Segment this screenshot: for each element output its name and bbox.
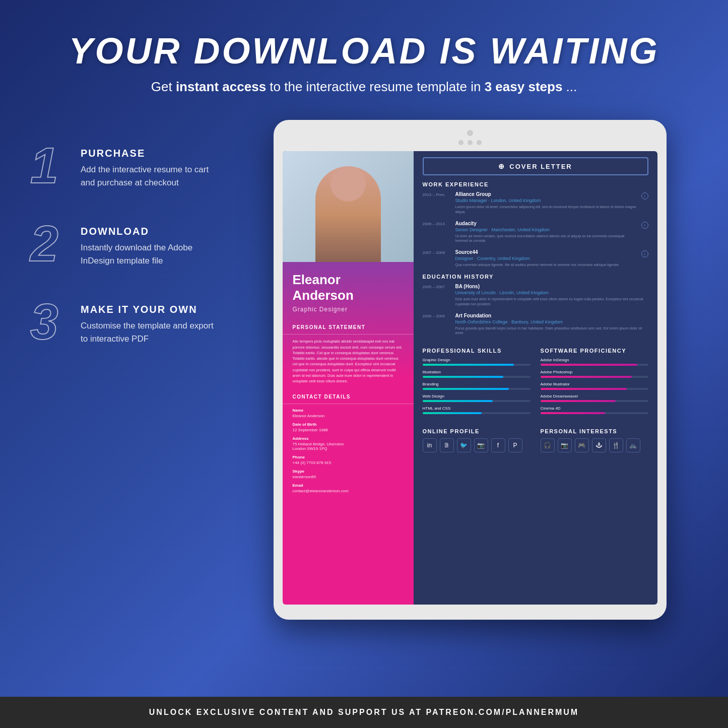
interests-col: PERSONAL INTERESTS 🎧 📷 🎮 🕹 🍴 🚲 [541,422,648,452]
info-icon-3[interactable]: i [641,250,648,257]
skill-bar-1 [423,364,531,366]
resume-personal-statement-text: Alic tempers picis moluptatis alicide se… [283,339,414,390]
tablet-mockup: Eleanor Anderson Graphic Designer PERSON… [274,120,667,620]
edu-entry-2: 2000 – 2005 Art Foundation North Oxfords… [423,313,648,336]
resume-last-name: Anderson [293,288,354,303]
step-2-desc: Instantly download the Adobe InDesign te… [81,241,222,267]
behance-icon[interactable]: 𝔹 [440,438,454,452]
cover-letter-button[interactable]: COVER LETTER [423,157,648,175]
subtitle-bold2: 3 easy steps [485,79,563,94]
software-indesign: Adobe InDesign [541,358,648,366]
work-experience-header: WORK EXPERIENCE [423,181,648,187]
contact-address-value: 75 Helland Bridge, UlverstonLondon SW19 … [293,442,404,451]
step-3-number: 3 [30,296,71,347]
main-title: YOUR DOWNLOAD IS WAITING [10,30,718,72]
software-bar-2 [541,376,648,378]
skill-illustration: Illustration [423,370,531,378]
work-details-1: Alliance Group Studio Manager · London, … [455,191,636,215]
software-col: SOFTWARE PROFICIENCY Adobe InDesign Adob… [541,342,648,418]
skill-fill-3 [423,388,509,390]
info-icon-1[interactable]: i [641,192,648,200]
subtitle-end: ... [566,79,577,94]
software-dreamweaver: Adobe Dreamweaver [541,394,648,402]
pinterest-icon[interactable]: P [508,438,522,452]
edu-institution-1: BA (Hons) [455,284,648,289]
work-desc-3: Qua commido adisque ligende. Me sit audi… [455,262,636,268]
contact-name-label: Name [293,408,404,413]
step-3-text: MAKE IT YOUR OWN Customise the template … [81,296,222,345]
skill-graphic-design: Graphic Design [423,358,531,366]
work-entry-1: 2013 – Pres. Alliance Group Studio Manag… [423,191,648,215]
controller-icon: 🕹 [592,438,606,452]
music-icon: 🎧 [541,438,555,452]
work-role-3: Designer · Coventry, United Kingdom [455,256,636,261]
edu-details-2: Art Foundation North Oxfordshire College… [455,313,648,336]
resume-photo [283,151,414,262]
step-3: 3 MAKE IT YOUR OWN Customise the templat… [30,296,222,347]
skill-fill-4 [423,400,493,402]
edu-school-2: North Oxfordshire College · Banbury, Uni… [455,319,648,324]
work-entry-2: 2009 – 2013 Audacity Senior Designer · M… [423,221,648,244]
online-profile-header: ONLINE PROFILE [423,428,531,434]
resume-personal-statement-title: PERSONAL STATEMENT [283,320,414,335]
linkedin-icon[interactable]: in [423,438,437,452]
edu-institution-2: Art Foundation [455,313,648,318]
resume-name-area: Eleanor Anderson Graphic Designer [283,262,414,320]
work-year-2: 2009 – 2013 [423,221,450,244]
main-content: 1 PURCHASE Add the interactive resume to… [0,110,728,620]
skill-bar-4 [423,400,531,402]
online-profile-col: ONLINE PROFILE in 𝔹 🐦 📷 f P [423,422,531,452]
info-icon-2[interactable]: i [641,222,648,229]
contact-phone-label: Phone [293,455,404,459]
skill-html-css: HTML and CSS [423,406,531,414]
instagram-icon[interactable]: 📷 [474,438,488,452]
resume-first-name: Eleanor [293,272,341,287]
camera-icon: 📷 [558,438,572,452]
tablet-camera [467,130,473,136]
steps-container: 1 PURCHASE Add the interactive resume to… [30,120,222,374]
header: YOUR DOWNLOAD IS WAITING Get instant acc… [0,0,728,110]
step-1-desc: Add the interactive resume to cart and p… [81,163,222,189]
contact-skype-label: Skype [293,469,404,474]
software-cinema4d: Cinema 4D [541,406,648,414]
skill-bar-3 [423,388,531,390]
software-fill-1 [541,364,638,366]
step-1-text: PURCHASE Add the interactive resume to c… [81,140,222,189]
skill-name-4: Web Design [423,394,531,399]
contact-dob-value: 12 September 1988 [293,428,404,432]
resume-contact-section: Name Eleanor Anderson Date of Birth 12 S… [283,408,414,493]
twitter-icon[interactable]: 🐦 [457,438,471,452]
skill-name-2: Illustration [423,370,531,374]
subtitle-pre: Get [151,79,176,94]
work-year-1: 2013 – Pres. [423,191,450,215]
contact-email-value: contact@eleanoranderson.com [293,489,404,493]
resume-contact-title: CONTACT DETAILS [283,390,414,404]
step-3-desc: Customise the template and export to int… [81,319,222,345]
online-profile-icons: in 𝔹 🐦 📷 f P [423,438,531,452]
edu-school-1: University of Lincoln · Lincoln, United … [455,290,648,295]
edu-desc-2: Purus gravida quis blandit turpis cursus… [455,326,648,336]
profile-interests-row: ONLINE PROFILE in 𝔹 🐦 📷 f P PER [423,422,648,452]
work-company-2: Audacity [455,221,636,226]
software-name-5: Cinema 4D [541,406,648,411]
software-name-2: Adobe Photoshop [541,370,648,374]
step-2-title: DOWNLOAD [81,226,222,237]
work-desc-2: Ut enim ad minim veniam, quis nostrud ex… [455,234,636,244]
tablet-container: Eleanor Anderson Graphic Designer PERSON… [242,120,698,620]
skill-bar-2 [423,376,531,378]
software-name-4: Adobe Dreamweaver [541,394,648,399]
work-role-1: Studio Manager · London, United Kingdom [455,198,636,203]
contact-phone-value: +44 (0) 7703 878 915 [293,460,404,465]
step-1-title: PURCHASE [81,148,222,159]
tablet-dot-3 [477,140,482,145]
edu-entry-1: 2005 – 2007 BA (Hons) University of Linc… [423,284,648,307]
footer: UNLOCK EXCLUSIVE CONTENT AND SUPPORT US … [0,697,728,728]
edu-details-1: BA (Hons) University of Lincoln · Lincol… [455,284,648,307]
contact-dob-label: Date of Birth [293,422,404,427]
gaming-icon: 🎮 [575,438,589,452]
tablet-dot-2 [468,140,473,145]
skill-name-1: Graphic Design [423,358,531,362]
facebook-icon[interactable]: f [491,438,505,452]
step-2: 2 DOWNLOAD Instantly download the Adobe … [30,218,222,269]
software-fill-4 [541,400,616,402]
